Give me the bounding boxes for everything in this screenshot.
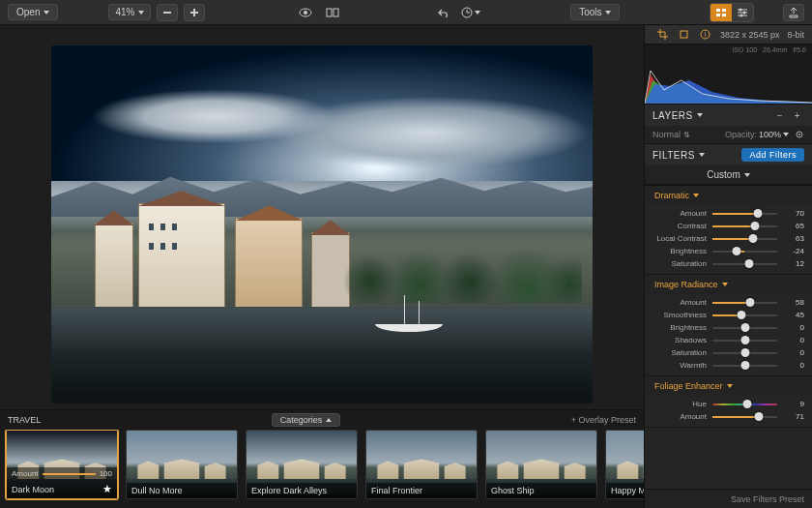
slider-label: Brightness — [652, 247, 707, 255]
history-button[interactable] — [460, 4, 481, 21]
preset-thumb[interactable]: Happy Memories — [605, 430, 644, 499]
filters-title: FILTERS — [652, 150, 695, 161]
tools-menu[interactable]: Tools — [570, 4, 620, 20]
slider-track[interactable] — [712, 352, 777, 354]
blend-mode-select[interactable]: Normal ⇅ — [652, 130, 690, 139]
slider-value[interactable]: 0 — [783, 336, 804, 344]
preset-thumb[interactable]: Final Frontier — [365, 430, 478, 499]
slider-value[interactable]: 9 — [783, 400, 804, 408]
categories-dropdown[interactable]: Categories — [272, 413, 341, 427]
svg-rect-6 — [334, 9, 338, 16]
slider-track[interactable] — [712, 314, 777, 316]
slider-track[interactable] — [712, 225, 777, 227]
presets-mode-icon[interactable] — [710, 4, 732, 21]
slider-label: Amount — [652, 298, 707, 307]
add-layer-button[interactable]: + — [791, 108, 804, 122]
slider-value[interactable]: 12 — [783, 259, 804, 268]
undo-button[interactable] — [433, 4, 454, 21]
sliders-mode-icon[interactable] — [732, 4, 753, 21]
layer-gear-icon[interactable] — [795, 130, 804, 139]
preset-amount-label: Amount — [12, 469, 39, 478]
preset-thumb[interactable]: Dull No More — [126, 430, 238, 499]
opacity-value[interactable]: 100% — [759, 130, 781, 139]
filters-section-header[interactable]: FILTERS Add Filters — [645, 144, 812, 165]
remove-layer-button[interactable]: − — [773, 108, 787, 122]
preset-name: Explore Dark Alleys — [251, 486, 327, 495]
slider-value[interactable]: -24 — [783, 247, 804, 255]
preview-icon[interactable] — [295, 4, 316, 21]
slider-value[interactable]: 45 — [783, 311, 804, 319]
slider-row: Brightness -24 — [652, 247, 804, 255]
zoom-in-button[interactable] — [184, 4, 205, 21]
slider-row: Saturation 0 — [652, 348, 804, 357]
transform-icon[interactable] — [678, 28, 691, 42]
favorite-icon[interactable]: ★ — [102, 483, 112, 495]
svg-rect-8 — [716, 9, 720, 12]
slider-track[interactable] — [712, 416, 777, 418]
preset-name: Dark Moon — [12, 485, 54, 494]
slider-track[interactable] — [712, 263, 777, 265]
slider-value[interactable]: 63 — [783, 234, 804, 243]
add-filters-button[interactable]: Add Filters — [741, 148, 804, 162]
image-meta-bar: i 3822 x 2545 px 8-bit — [645, 25, 812, 45]
canvas-area[interactable] — [0, 25, 644, 409]
layers-section-header[interactable]: LAYERS − + — [645, 105, 812, 126]
meta-focal: 28.4mm — [763, 46, 787, 53]
filter-group-header[interactable]: Image Radiance — [645, 275, 812, 294]
slider-track[interactable] — [712, 238, 777, 240]
slider-label: Saturation — [652, 259, 707, 268]
preset-group-label: TRAVEL — [8, 415, 41, 425]
slider-row: Brightness 0 — [652, 323, 804, 332]
preset-thumb[interactable]: Amount 100Dark Moon★ — [6, 430, 118, 499]
slider-track[interactable] — [712, 340, 777, 342]
preset-thumb[interactable]: Ghost Ship — [485, 430, 597, 499]
preset-thumb[interactable]: Explore Dark Alleys — [246, 430, 358, 499]
save-filters-preset[interactable]: Save Filters Preset — [731, 494, 804, 504]
slider-label: Shadows — [652, 336, 707, 344]
slider-value[interactable]: 65 — [783, 222, 804, 230]
slider-row: Local Contrast 63 — [652, 234, 804, 243]
filter-group: Foliage Enhancer Hue 9 Amount 71 — [645, 376, 812, 428]
preset-amount-row[interactable]: Amount 100 — [7, 467, 117, 480]
svg-rect-5 — [327, 9, 332, 16]
slider-track[interactable] — [712, 403, 777, 405]
slider-track[interactable] — [712, 213, 777, 215]
filter-group-name: Foliage Enhancer — [654, 381, 723, 391]
filter-group-header[interactable]: Dramatic — [645, 186, 812, 205]
slider-label: Contrast — [652, 222, 707, 230]
panel-mode-segmented[interactable] — [710, 3, 754, 22]
zoom-out-button[interactable] — [157, 4, 178, 21]
slider-track[interactable] — [712, 365, 777, 367]
slider-value[interactable]: 70 — [783, 209, 804, 218]
export-button[interactable] — [783, 4, 804, 21]
slider-label: Smoothness — [652, 311, 707, 319]
slider-value[interactable]: 0 — [783, 348, 804, 357]
svg-rect-15 — [681, 31, 687, 38]
filter-group-name: Dramatic — [654, 191, 689, 200]
slider-track[interactable] — [712, 251, 777, 253]
slider-track[interactable] — [712, 302, 777, 304]
slider-row: Smoothness 45 — [652, 311, 804, 319]
slider-label: Amount — [652, 209, 707, 218]
filters-preset-dropdown[interactable]: Custom — [701, 167, 755, 182]
slider-label: Hue — [652, 400, 707, 408]
slider-value[interactable]: 0 — [783, 361, 804, 370]
overlay-preset-button[interactable]: + Overlay Preset — [571, 415, 636, 425]
slider-value[interactable]: 71 — [783, 412, 804, 421]
histogram[interactable]: ISO 100 28.4mm f/5.6 — [645, 45, 812, 105]
slider-track[interactable] — [712, 327, 777, 329]
compare-icon[interactable] — [322, 4, 343, 21]
slider-value[interactable]: 58 — [783, 298, 804, 307]
open-menu[interactable]: Open — [8, 4, 58, 20]
slider-label: Saturation — [652, 348, 707, 357]
slider-row: Contrast 65 — [652, 222, 804, 230]
slider-value[interactable]: 0 — [783, 323, 804, 332]
filter-group-header[interactable]: Foliage Enhancer — [645, 376, 812, 396]
zoom-dropdown[interactable]: 41% — [108, 4, 151, 20]
preset-amount-value: 100 — [100, 469, 112, 478]
crop-icon[interactable] — [656, 28, 670, 42]
info-icon[interactable]: i — [699, 28, 712, 42]
photo-preview — [51, 45, 593, 403]
svg-rect-11 — [722, 14, 726, 16]
preset-strip: TRAVEL Categories + Overlay Preset Amoun… — [0, 409, 644, 508]
